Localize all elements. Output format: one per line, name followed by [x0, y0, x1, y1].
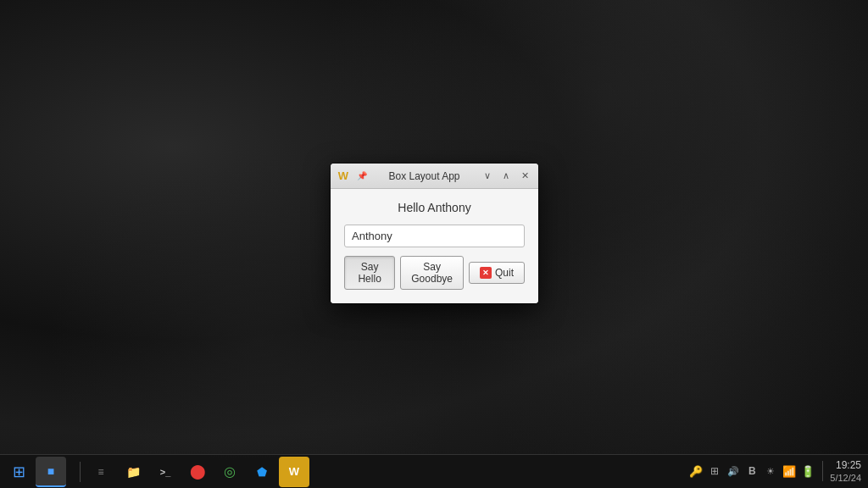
taskbar-app1-icon[interactable]: ⬤ [182, 457, 213, 487]
tray-battery-icon[interactable]: 🔋 [800, 463, 815, 479]
tray-bluetooth-icon[interactable]: B [744, 463, 760, 479]
taskbar-files-icon[interactable]: ■ [36, 457, 66, 487]
button-row: Say Hello Say Goodbye ✕ Quit [344, 256, 525, 290]
taskbar: ⊞ ■ ≡ 📁 >_ ⬤ ◎ ⬟ W 🔑 ⊞ 🔊 B ☀ 📶 🔋 [0, 454, 868, 488]
app-window: W 📌 Box Layout App ∨ ∧ ✕ Hello Anthony S… [331, 164, 538, 303]
greeting-label: Hello Anthony [344, 201, 525, 214]
say-hello-button[interactable]: Say Hello [344, 256, 395, 290]
quit-icon: ✕ [480, 267, 492, 279]
tray-vpn-icon[interactable]: 🔑 [688, 463, 704, 479]
taskbar-network-icon[interactable]: ≡ [86, 457, 116, 487]
start-icon[interactable]: ⊞ [3, 457, 34, 487]
window-title: Box Layout App [370, 170, 479, 182]
taskbar-wordpad-icon[interactable]: W [279, 457, 309, 487]
tray-taskmanager-icon[interactable]: ⊞ [707, 463, 722, 479]
taskbar-right: 🔑 ⊞ 🔊 B ☀ 📶 🔋 19:25 5/12/24 [682, 459, 868, 485]
window-content: Hello Anthony Say Hello Say Goodbye ✕ Qu… [331, 189, 538, 303]
minimize-button[interactable]: ∨ [479, 168, 496, 185]
taskbar-center: ≡ 📁 >_ ⬤ ◎ ⬟ W [70, 457, 682, 487]
separator-1 [80, 462, 81, 482]
name-input[interactable] [344, 225, 525, 247]
taskbar-firefox-icon[interactable]: ⬟ [247, 457, 277, 487]
desktop: W 📌 Box Layout App ∨ ∧ ✕ Hello Anthony S… [0, 0, 868, 488]
taskbar-chrome-icon[interactable]: ◎ [214, 457, 245, 487]
quit-button[interactable]: ✕ Quit [469, 262, 525, 284]
pin-icon: 📌 [354, 169, 370, 184]
tray-separator [822, 461, 823, 481]
clock[interactable]: 19:25 5/12/24 [830, 459, 861, 485]
quit-label: Quit [495, 267, 514, 279]
close-button[interactable]: ✕ [516, 168, 533, 185]
maximize-button[interactable]: ∧ [498, 168, 515, 185]
taskbar-terminal-icon[interactable]: >_ [150, 457, 181, 487]
titlebar-left-icons: W 📌 [336, 169, 370, 184]
tray-volume-icon[interactable]: 🔊 [726, 463, 741, 479]
titlebar: W 📌 Box Layout App ∨ ∧ ✕ [331, 164, 538, 189]
date-display: 5/12/24 [830, 472, 861, 484]
window-controls: ∨ ∧ ✕ [479, 168, 533, 185]
system-tray: 🔑 ⊞ 🔊 B ☀ 📶 🔋 [688, 463, 815, 479]
taskbar-folder-icon[interactable]: 📁 [118, 457, 148, 487]
say-goodbye-button[interactable]: Say Goodbye [400, 256, 464, 290]
tray-wifi-icon[interactable]: 📶 [782, 463, 797, 479]
app-logo-icon: W [336, 169, 351, 184]
taskbar-left: ⊞ ■ [0, 457, 70, 487]
time-display: 19:25 [830, 459, 861, 473]
tray-brightness-icon[interactable]: ☀ [763, 463, 778, 479]
